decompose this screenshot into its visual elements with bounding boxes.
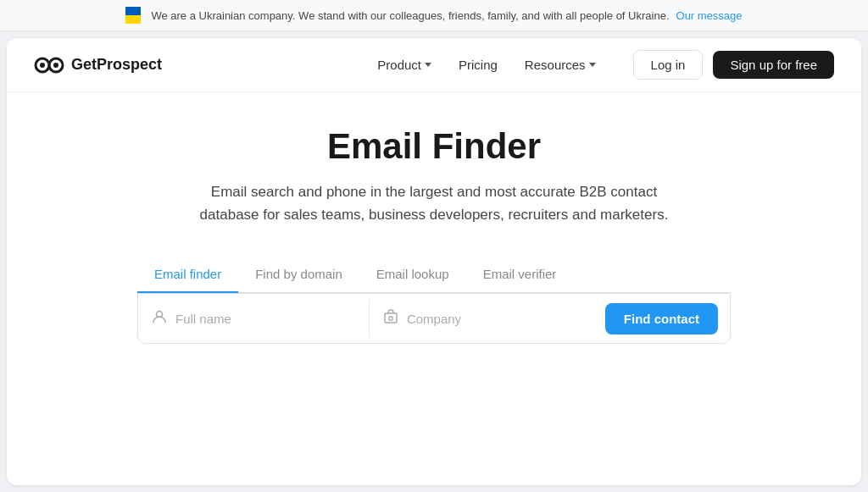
signup-button[interactable]: Sign up for free [713,51,834,79]
hero-subtitle: Email search and phone in the largest an… [197,180,671,226]
nav-item-resources[interactable]: Resources [515,51,606,79]
announcement-bar: We are a Ukrainian company. We stand wit… [0,0,868,31]
logo-area[interactable]: GetProspect [34,53,162,77]
find-contact-button[interactable]: Find contact [605,303,718,334]
main-card: GetProspect Product Pricing Resources Lo… [7,38,861,485]
login-button[interactable]: Log in [633,50,704,80]
chevron-down-icon [589,63,596,67]
chevron-down-icon [425,63,431,67]
svg-point-3 [53,63,58,68]
tab-email-lookup[interactable]: Email lookup [359,257,466,293]
announcement-link[interactable]: Our message [676,9,743,22]
tab-email-verifier[interactable]: Email verifier [466,257,574,293]
nav-item-pricing[interactable]: Pricing [448,51,508,79]
tab-find-by-domain[interactable]: Find by domain [238,257,359,293]
ukraine-flag-icon [125,7,141,24]
hero-title: Email Finder [327,126,541,167]
svg-rect-6 [389,317,392,320]
nav-actions: Log in Sign up for free [633,50,834,80]
logo-text: GetProspect [71,56,162,74]
svg-point-1 [40,63,45,68]
nav-links: Product Pricing Resources [367,51,605,79]
company-field[interactable] [407,312,587,326]
tab-email-finder[interactable]: Email finder [137,257,238,293]
company-input-wrapper [370,299,600,338]
hero-section: Email Finder Email search and phone in t… [7,92,861,485]
announcement-text: We are a Ukrainian company. We stand wit… [151,9,669,22]
navbar: GetProspect Product Pricing Resources Lo… [7,38,861,92]
nav-item-product[interactable]: Product [367,51,442,79]
logo-icon [34,53,64,77]
svg-rect-5 [385,313,397,323]
fullname-field[interactable] [175,312,355,326]
search-bar: Find contact [137,293,731,344]
tabs-container: Email finder Find by domain Email lookup… [137,257,731,293]
person-icon [152,309,167,328]
company-icon [383,309,398,328]
fullname-input-wrapper [138,299,370,338]
